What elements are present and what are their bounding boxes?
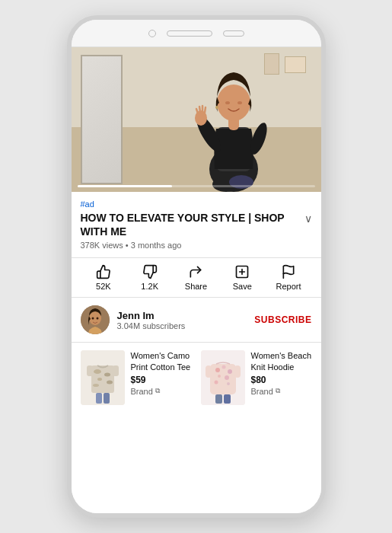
svg-rect-34 bbox=[96, 393, 102, 404]
subscribe-button[interactable]: SUBSCRIBE bbox=[254, 314, 311, 325]
like-icon bbox=[96, 264, 111, 279]
svg-line-11 bbox=[205, 107, 206, 113]
svg-rect-26 bbox=[91, 365, 114, 393]
product-card-2[interactable]: Women's Beach Knit Hoodie $80 Brand ⧉ bbox=[201, 350, 312, 405]
report-icon bbox=[281, 264, 296, 279]
svg-point-23 bbox=[91, 318, 94, 320]
product-name-1: Women's Camo Print Cotton Tee bbox=[131, 350, 192, 372]
svg-point-28 bbox=[104, 373, 110, 377]
video-progress-bar bbox=[78, 185, 315, 187]
svg-rect-45 bbox=[206, 365, 212, 378]
video-progress-fill bbox=[78, 185, 173, 187]
svg-point-39 bbox=[221, 365, 225, 369]
dislike-count: 1.2K bbox=[141, 282, 158, 291]
save-button[interactable]: Save bbox=[225, 264, 259, 291]
channel-name: Jenn Im bbox=[117, 310, 247, 321]
ad-label: #ad bbox=[81, 199, 312, 209]
external-link-icon-2: ⧉ bbox=[276, 387, 280, 395]
report-label: Report bbox=[276, 282, 301, 291]
svg-point-24 bbox=[96, 318, 98, 320]
save-label: Save bbox=[233, 282, 252, 291]
svg-point-38 bbox=[215, 368, 220, 372]
product-card-1[interactable]: Women's Camo Print Cotton Tee $59 Brand … bbox=[81, 350, 192, 405]
save-icon bbox=[234, 264, 250, 279]
svg-line-9 bbox=[199, 107, 200, 112]
dislike-button[interactable]: 1.2K bbox=[133, 264, 167, 291]
svg-point-44 bbox=[227, 382, 230, 385]
phone-content: #ad HOW TO ELEVATE YOUR STYLE | SHOP WIT… bbox=[72, 47, 321, 513]
product-brand-1[interactable]: Brand ⧉ bbox=[131, 387, 192, 396]
svg-rect-48 bbox=[224, 394, 231, 404]
svg-point-13 bbox=[217, 85, 250, 121]
svg-point-14 bbox=[215, 106, 218, 109]
video-title: HOW TO ELEVATE YOUR STYLE | SHOP WITH ME bbox=[81, 211, 300, 238]
phone-frame: #ad HOW TO ELEVATE YOUR STYLE | SHOP WIT… bbox=[67, 15, 326, 518]
phone-camera bbox=[148, 30, 156, 37]
share-icon bbox=[188, 264, 203, 279]
product-price-1: $59 bbox=[131, 375, 192, 385]
svg-rect-47 bbox=[215, 394, 222, 404]
svg-point-30 bbox=[107, 381, 113, 385]
action-bar: 52K 1.2K bbox=[81, 258, 312, 297]
svg-point-40 bbox=[228, 369, 232, 374]
svg-rect-46 bbox=[234, 365, 241, 378]
phone-speaker bbox=[167, 30, 212, 37]
share-button[interactable]: Share bbox=[179, 264, 212, 291]
mirror bbox=[81, 55, 123, 184]
content-area: #ad HOW TO ELEVATE YOUR STYLE | SHOP WIT… bbox=[72, 192, 321, 414]
svg-point-16 bbox=[237, 101, 242, 104]
product-brand-2[interactable]: Brand ⧉ bbox=[251, 387, 312, 396]
art-piece-1 bbox=[285, 56, 306, 73]
video-meta: 378K views • 3 months ago bbox=[81, 241, 312, 250]
like-count: 52K bbox=[96, 282, 111, 291]
channel-row: Jenn Im 3.04M subscribers SUBSCRIBE bbox=[81, 298, 312, 342]
svg-rect-32 bbox=[87, 365, 93, 376]
product-details-2: Women's Beach Knit Hoodie $80 Brand ⧉ bbox=[251, 350, 312, 396]
product-details-1: Women's Camo Print Cotton Tee $59 Brand … bbox=[131, 350, 192, 396]
svg-point-29 bbox=[97, 378, 102, 381]
product-price-2: $80 bbox=[251, 375, 312, 385]
like-button[interactable]: 52K bbox=[87, 264, 120, 291]
svg-point-15 bbox=[225, 101, 230, 104]
video-title-row: HOW TO ELEVATE YOUR STYLE | SHOP WITH ME… bbox=[81, 211, 312, 238]
report-button[interactable]: Report bbox=[272, 264, 305, 291]
svg-rect-33 bbox=[113, 365, 119, 376]
share-label: Share bbox=[185, 282, 207, 291]
video-person bbox=[192, 51, 276, 192]
svg-point-42 bbox=[225, 375, 229, 380]
channel-subscribers: 3.04M subscribers bbox=[117, 321, 247, 330]
phone-button bbox=[223, 30, 244, 37]
svg-rect-35 bbox=[104, 393, 110, 404]
chevron-down-icon[interactable]: ∨ bbox=[304, 212, 312, 225]
product-name-2: Women's Beach Knit Hoodie bbox=[251, 350, 312, 372]
svg-point-43 bbox=[214, 381, 218, 385]
channel-avatar[interactable] bbox=[81, 305, 110, 334]
product-image-1 bbox=[81, 350, 125, 405]
product-image-2 bbox=[201, 350, 245, 405]
video-thumbnail[interactable] bbox=[72, 47, 321, 192]
dislike-icon bbox=[142, 264, 158, 279]
svg-point-31 bbox=[93, 384, 99, 387]
products-row: Women's Camo Print Cotton Tee $59 Brand … bbox=[81, 343, 312, 414]
external-link-icon-1: ⧉ bbox=[155, 387, 160, 395]
channel-info: Jenn Im 3.04M subscribers bbox=[117, 310, 247, 330]
svg-point-41 bbox=[218, 375, 221, 378]
svg-point-27 bbox=[94, 369, 101, 374]
phone-top-bar bbox=[72, 20, 321, 47]
